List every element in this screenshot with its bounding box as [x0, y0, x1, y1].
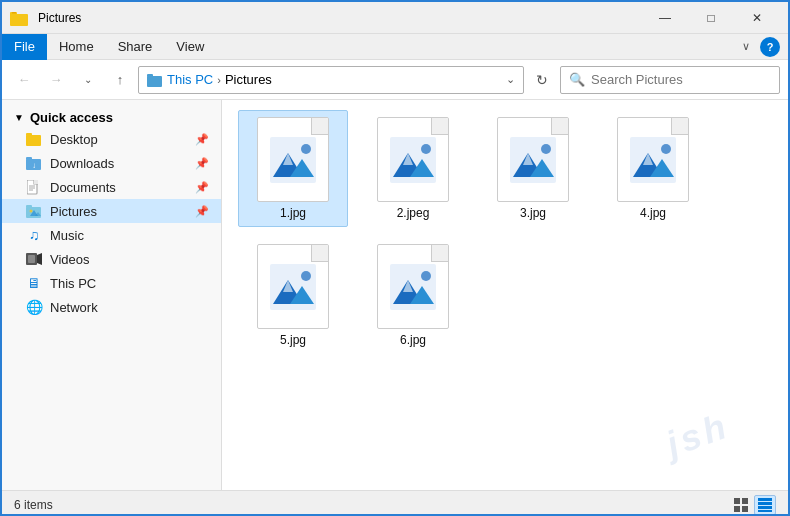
documents-folder-icon: [26, 179, 42, 195]
file-icon-5: [257, 244, 329, 329]
refresh-button[interactable]: ↻: [528, 66, 556, 94]
search-icon: 🔍: [569, 72, 585, 87]
file-item-5[interactable]: 5.jpg: [238, 237, 348, 354]
sidebar-item-videos[interactable]: Videos: [2, 247, 221, 271]
forward-button[interactable]: →: [42, 66, 70, 94]
svg-marker-21: [37, 253, 42, 265]
maximize-button[interactable]: □: [688, 2, 734, 34]
svg-rect-6: [26, 133, 32, 136]
details-view-button[interactable]: [754, 495, 776, 515]
svg-rect-56: [742, 506, 748, 512]
pictures-label: Pictures: [50, 204, 97, 219]
search-box[interactable]: 🔍: [560, 66, 780, 94]
sidebar-item-network[interactable]: 🌐 Network: [2, 295, 221, 319]
svg-point-36: [541, 144, 551, 154]
documents-pin-icon: 📌: [195, 181, 209, 194]
this-pc-icon: 🖥: [26, 275, 42, 291]
svg-rect-54: [742, 498, 748, 504]
file-image-2: [388, 135, 438, 185]
documents-label: Documents: [50, 180, 116, 195]
svg-rect-4: [147, 74, 153, 77]
svg-point-26: [301, 144, 311, 154]
sidebar-item-documents[interactable]: Documents 📌: [2, 175, 221, 199]
file-name-2: 2.jpeg: [397, 206, 430, 220]
svg-rect-11: [34, 180, 38, 184]
status-bar: 6 items: [2, 490, 788, 516]
sidebar-item-pictures[interactable]: Pictures 📌: [2, 199, 221, 223]
minimize-button[interactable]: —: [642, 2, 688, 34]
breadcrumb-this-pc[interactable]: This PC: [167, 72, 213, 87]
svg-rect-2: [12, 12, 16, 14]
file-item-6[interactable]: 6.jpg: [358, 237, 468, 354]
file-image-6: [388, 262, 438, 312]
file-image-5: [268, 262, 318, 312]
svg-rect-22: [28, 255, 35, 263]
videos-icon: [26, 251, 42, 267]
file-item-2[interactable]: 2.jpeg: [358, 110, 468, 227]
svg-rect-57: [758, 498, 772, 501]
address-folder-icon: [147, 73, 163, 87]
file-item-3[interactable]: 3.jpg: [478, 110, 588, 227]
file-item-4[interactable]: 4.jpg: [598, 110, 708, 227]
file-image-1: [268, 135, 318, 185]
ribbon-expand-button[interactable]: ∨: [738, 38, 754, 55]
pictures-folder-icon: [26, 203, 42, 219]
menu-view[interactable]: View: [164, 34, 216, 60]
svg-rect-55: [734, 506, 740, 512]
svg-rect-58: [758, 502, 772, 505]
title-bar: Pictures — □ ✕: [2, 2, 788, 34]
window-controls: — □ ✕: [642, 2, 780, 34]
sidebar-item-this-pc[interactable]: 🖥 This PC: [2, 271, 221, 295]
svg-point-46: [301, 271, 311, 281]
file-image-4: [628, 135, 678, 185]
file-name-3: 3.jpg: [520, 206, 546, 220]
network-icon: 🌐: [26, 299, 42, 315]
title-bar-icon: [10, 8, 30, 28]
grid-view-button[interactable]: [730, 495, 752, 515]
menu-share[interactable]: Share: [106, 34, 165, 60]
file-icon-4: [617, 117, 689, 202]
address-chevron-button[interactable]: ⌄: [506, 73, 515, 86]
svg-rect-16: [26, 205, 32, 208]
network-label: Network: [50, 300, 98, 315]
back-button[interactable]: ←: [10, 66, 38, 94]
this-pc-label: This PC: [50, 276, 96, 291]
quick-access-chevron: ▼: [14, 112, 24, 123]
svg-point-31: [421, 144, 431, 154]
svg-rect-59: [758, 506, 772, 509]
pictures-pin-icon: 📌: [195, 205, 209, 218]
sidebar: ▼ Quick access Desktop 📌 ↓: [2, 100, 222, 490]
address-bar[interactable]: This PC › Pictures ⌄: [138, 66, 524, 94]
downloads-folder-icon: ↓: [26, 155, 42, 171]
menu-file[interactable]: File: [2, 34, 47, 60]
sidebar-item-music[interactable]: ♫ Music: [2, 223, 221, 247]
sidebar-item-downloads[interactable]: ↓ Downloads 📌: [2, 151, 221, 175]
file-image-3: [508, 135, 558, 185]
menu-bar: File Home Share View ∨ ?: [2, 34, 788, 60]
content-area: 1.jpg 2.jpeg: [222, 100, 788, 490]
up-button[interactable]: ↑: [106, 66, 134, 94]
details-view-icon: [758, 498, 772, 512]
quick-access-header: ▼ Quick access: [2, 104, 221, 127]
close-button[interactable]: ✕: [734, 2, 780, 34]
file-name-1: 1.jpg: [280, 206, 306, 220]
menu-home[interactable]: Home: [47, 34, 106, 60]
search-input[interactable]: [591, 72, 771, 87]
svg-rect-60: [758, 510, 772, 512]
nav-dropdown-button[interactable]: ⌄: [74, 66, 102, 94]
menu-bar-right: ∨ ?: [738, 37, 788, 57]
file-item-1[interactable]: 1.jpg: [238, 110, 348, 227]
svg-point-19: [30, 210, 33, 213]
help-button[interactable]: ?: [760, 37, 780, 57]
svg-rect-3: [147, 76, 162, 87]
view-buttons: [730, 495, 776, 515]
sidebar-item-desktop[interactable]: Desktop 📌: [2, 127, 221, 151]
main-layout: ▼ Quick access Desktop 📌 ↓: [2, 100, 788, 490]
svg-rect-5: [26, 135, 41, 146]
file-name-6: 6.jpg: [400, 333, 426, 347]
svg-rect-53: [734, 498, 740, 504]
videos-label: Videos: [50, 252, 90, 267]
file-name-5: 5.jpg: [280, 333, 306, 347]
file-icon-3: [497, 117, 569, 202]
music-icon: ♫: [26, 227, 42, 243]
